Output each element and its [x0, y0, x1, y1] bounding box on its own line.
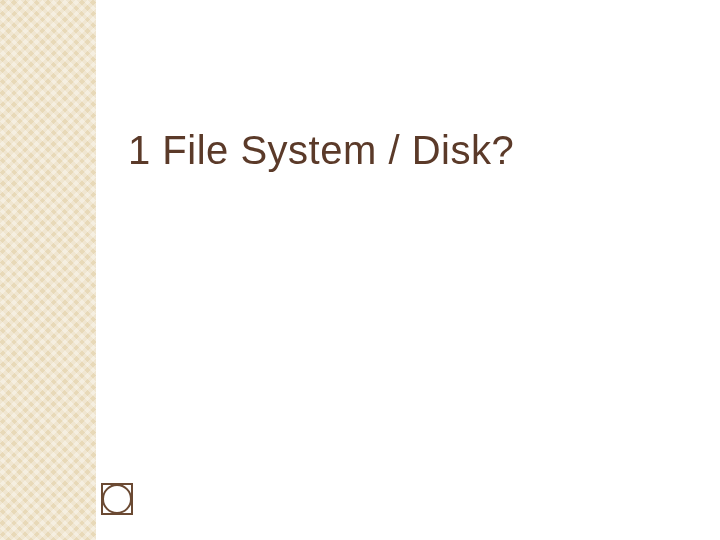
corner-ornament-icon	[96, 478, 140, 522]
decorative-sidebar	[0, 0, 96, 540]
slide-title: 1 File System / Disk?	[128, 128, 514, 173]
svg-point-1	[103, 485, 131, 513]
